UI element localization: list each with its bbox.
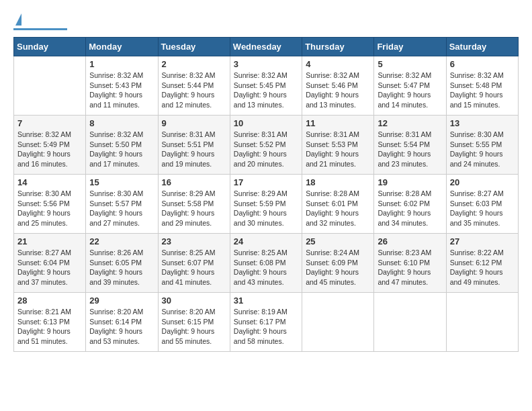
day-number: 27: [450, 236, 515, 246]
cell-info: Sunrise: 8:31 AMSunset: 5:54 PMDaylight:…: [378, 130, 442, 169]
day-number: 11: [306, 118, 370, 128]
weekday-header-thursday: Thursday: [302, 38, 374, 56]
cell-info: Sunrise: 8:21 AMSunset: 6:13 PMDaylight:…: [17, 307, 82, 347]
day-number: 15: [89, 177, 154, 187]
calendar-cell: 26Sunrise: 8:23 AMSunset: 6:10 PMDayligh…: [374, 234, 446, 293]
calendar-cell: 13Sunrise: 8:30 AMSunset: 5:55 PMDayligh…: [446, 116, 518, 175]
calendar-cell: 24Sunrise: 8:25 AMSunset: 6:08 PMDayligh…: [230, 234, 302, 293]
calendar-cell: 9Sunrise: 8:31 AMSunset: 5:51 PMDaylight…: [158, 116, 230, 175]
calendar-week-row: 14Sunrise: 8:30 AMSunset: 5:56 PMDayligh…: [14, 175, 519, 234]
cell-info: Sunrise: 8:20 AMSunset: 6:14 PMDaylight:…: [89, 307, 154, 347]
calendar-cell: 31Sunrise: 8:19 AMSunset: 6:17 PMDayligh…: [230, 293, 302, 352]
calendar-cell: 8Sunrise: 8:32 AMSunset: 5:50 PMDaylight…: [86, 116, 158, 175]
weekday-header-saturday: Saturday: [446, 38, 518, 56]
day-number: 29: [89, 295, 154, 306]
cell-info: Sunrise: 8:19 AMSunset: 6:17 PMDaylight:…: [234, 307, 298, 347]
calendar-cell: 2Sunrise: 8:32 AMSunset: 5:44 PMDaylight…: [158, 56, 230, 116]
calendar-table: SundayMondayTuesdayWednesdayThursdayFrid…: [13, 37, 519, 352]
cell-info: Sunrise: 8:27 AMSunset: 6:04 PMDaylight:…: [17, 248, 82, 287]
cell-info: Sunrise: 8:32 AMSunset: 5:48 PMDaylight:…: [450, 71, 515, 110]
cell-info: Sunrise: 8:25 AMSunset: 6:08 PMDaylight:…: [234, 248, 298, 287]
cell-info: Sunrise: 8:31 AMSunset: 5:53 PMDaylight:…: [306, 130, 370, 169]
logo: [13, 13, 67, 30]
calendar-cell: 17Sunrise: 8:29 AMSunset: 5:59 PMDayligh…: [230, 175, 302, 234]
cell-info: Sunrise: 8:30 AMSunset: 5:56 PMDaylight:…: [17, 189, 82, 228]
calendar-cell: 5Sunrise: 8:32 AMSunset: 5:47 PMDaylight…: [374, 56, 446, 116]
day-number: 12: [378, 118, 442, 128]
calendar-week-row: 28Sunrise: 8:21 AMSunset: 6:13 PMDayligh…: [14, 293, 519, 352]
calendar-cell: 7Sunrise: 8:32 AMSunset: 5:49 PMDaylight…: [14, 116, 86, 175]
cell-info: Sunrise: 8:32 AMSunset: 5:49 PMDaylight:…: [17, 130, 82, 169]
calendar-week-row: 7Sunrise: 8:32 AMSunset: 5:49 PMDaylight…: [14, 116, 519, 175]
calendar-cell: 22Sunrise: 8:26 AMSunset: 6:05 PMDayligh…: [86, 234, 158, 293]
cell-info: Sunrise: 8:31 AMSunset: 5:51 PMDaylight:…: [162, 130, 226, 169]
calendar-cell: [302, 293, 374, 352]
day-number: 13: [450, 118, 515, 128]
day-number: 8: [89, 118, 154, 128]
cell-info: Sunrise: 8:25 AMSunset: 6:07 PMDaylight:…: [162, 248, 226, 287]
weekday-header-friday: Friday: [374, 38, 446, 56]
calendar-cell: 12Sunrise: 8:31 AMSunset: 5:54 PMDayligh…: [374, 116, 446, 175]
cell-info: Sunrise: 8:29 AMSunset: 5:58 PMDaylight:…: [162, 189, 226, 228]
cell-info: Sunrise: 8:29 AMSunset: 5:59 PMDaylight:…: [234, 189, 298, 228]
day-number: 17: [234, 177, 298, 187]
cell-info: Sunrise: 8:31 AMSunset: 5:52 PMDaylight:…: [234, 130, 298, 169]
cell-info: Sunrise: 8:22 AMSunset: 6:12 PMDaylight:…: [450, 248, 515, 287]
cell-info: Sunrise: 8:20 AMSunset: 6:15 PMDaylight:…: [162, 307, 226, 347]
calendar-cell: 6Sunrise: 8:32 AMSunset: 5:48 PMDaylight…: [446, 56, 518, 116]
calendar-cell: 19Sunrise: 8:28 AMSunset: 6:02 PMDayligh…: [374, 175, 446, 234]
cell-info: Sunrise: 8:30 AMSunset: 5:55 PMDaylight:…: [450, 130, 515, 169]
day-number: 16: [162, 177, 226, 187]
cell-info: Sunrise: 8:28 AMSunset: 6:01 PMDaylight:…: [306, 189, 370, 228]
calendar-cell: 16Sunrise: 8:29 AMSunset: 5:58 PMDayligh…: [158, 175, 230, 234]
weekday-header-sunday: Sunday: [14, 38, 86, 56]
cell-info: Sunrise: 8:30 AMSunset: 5:57 PMDaylight:…: [89, 189, 154, 228]
day-number: 5: [378, 59, 442, 69]
logo-triangle-icon: [15, 13, 21, 26]
calendar-cell: 23Sunrise: 8:25 AMSunset: 6:07 PMDayligh…: [158, 234, 230, 293]
day-number: 14: [17, 177, 82, 187]
cell-info: Sunrise: 8:28 AMSunset: 6:02 PMDaylight:…: [378, 189, 442, 228]
calendar-cell: [446, 293, 518, 352]
weekday-header-wednesday: Wednesday: [230, 38, 302, 56]
weekday-header-monday: Monday: [86, 38, 158, 56]
calendar-week-row: 21Sunrise: 8:27 AMSunset: 6:04 PMDayligh…: [14, 234, 519, 293]
day-number: 20: [450, 177, 515, 187]
day-number: 4: [306, 59, 370, 69]
day-number: 1: [89, 59, 154, 69]
calendar-cell: 29Sunrise: 8:20 AMSunset: 6:14 PMDayligh…: [86, 293, 158, 352]
cell-info: Sunrise: 8:32 AMSunset: 5:45 PMDaylight:…: [234, 71, 298, 110]
day-number: 25: [306, 236, 370, 246]
day-number: 6: [450, 59, 515, 69]
cell-info: Sunrise: 8:32 AMSunset: 5:43 PMDaylight:…: [89, 71, 154, 110]
day-number: 22: [89, 236, 154, 246]
calendar-week-row: 1Sunrise: 8:32 AMSunset: 5:43 PMDaylight…: [14, 56, 519, 116]
page-header: [13, 13, 519, 30]
calendar-cell: [374, 293, 446, 352]
calendar-cell: 3Sunrise: 8:32 AMSunset: 5:45 PMDaylight…: [230, 56, 302, 116]
calendar-cell: 18Sunrise: 8:28 AMSunset: 6:01 PMDayligh…: [302, 175, 374, 234]
cell-info: Sunrise: 8:32 AMSunset: 5:44 PMDaylight:…: [162, 71, 226, 110]
day-number: 7: [17, 118, 82, 128]
day-number: 3: [234, 59, 298, 69]
calendar-cell: 28Sunrise: 8:21 AMSunset: 6:13 PMDayligh…: [14, 293, 86, 352]
day-number: 9: [162, 118, 226, 128]
calendar-cell: 11Sunrise: 8:31 AMSunset: 5:53 PMDayligh…: [302, 116, 374, 175]
calendar-cell: 10Sunrise: 8:31 AMSunset: 5:52 PMDayligh…: [230, 116, 302, 175]
day-number: 24: [234, 236, 298, 246]
day-number: 21: [17, 236, 82, 246]
cell-info: Sunrise: 8:26 AMSunset: 6:05 PMDaylight:…: [89, 248, 154, 287]
calendar-cell: 4Sunrise: 8:32 AMSunset: 5:46 PMDaylight…: [302, 56, 374, 116]
weekday-header-tuesday: Tuesday: [158, 38, 230, 56]
logo-underline: [13, 28, 67, 30]
calendar-cell: 15Sunrise: 8:30 AMSunset: 5:57 PMDayligh…: [86, 175, 158, 234]
cell-info: Sunrise: 8:27 AMSunset: 6:03 PMDaylight:…: [450, 189, 515, 228]
day-number: 30: [162, 295, 226, 306]
cell-info: Sunrise: 8:32 AMSunset: 5:46 PMDaylight:…: [306, 71, 370, 110]
day-number: 28: [17, 295, 82, 306]
calendar-cell: 27Sunrise: 8:22 AMSunset: 6:12 PMDayligh…: [446, 234, 518, 293]
day-number: 10: [234, 118, 298, 128]
calendar-header-row: SundayMondayTuesdayWednesdayThursdayFrid…: [14, 38, 519, 56]
day-number: 19: [378, 177, 442, 187]
cell-info: Sunrise: 8:32 AMSunset: 5:47 PMDaylight:…: [378, 71, 442, 110]
